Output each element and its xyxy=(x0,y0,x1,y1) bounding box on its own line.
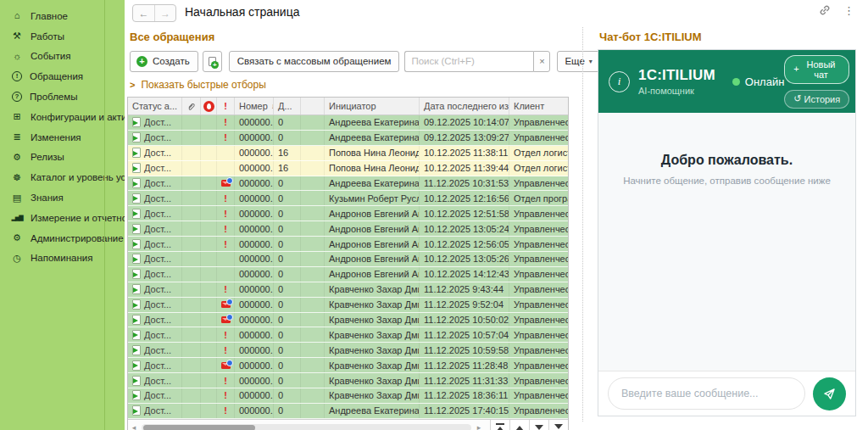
initiator-cell: Кузьмин Роберт Русла... xyxy=(325,191,420,205)
escalation-cell xyxy=(201,237,217,251)
sidebar-item-requests[interactable]: ! Обращения xyxy=(0,66,125,87)
scroll-up-icon[interactable] xyxy=(509,420,529,430)
back-arrow-icon[interactable]: ← xyxy=(133,5,154,21)
scroll-to-bottom-icon[interactable] xyxy=(548,420,568,430)
menu-dots-icon[interactable]: ⋮ xyxy=(843,5,854,16)
sidebar-item-problems[interactable]: ? Проблемы xyxy=(0,87,125,107)
column-attachment[interactable] xyxy=(182,98,201,114)
client-cell: Управленчески xyxy=(509,252,568,266)
escalation-cell xyxy=(201,161,217,176)
days-cell: 0 xyxy=(274,343,301,357)
initiator-cell: Андронов Евгений Анд... xyxy=(325,206,420,221)
status-cell: Дост... xyxy=(128,358,182,372)
table-row[interactable]: Дост... ! 000000... 0 Кравченко Захар Дм… xyxy=(128,327,568,343)
search-input[interactable] xyxy=(404,51,533,72)
days-cell: 0 xyxy=(274,327,301,342)
sidebar-item-label: Проблемы xyxy=(30,92,77,102)
chatbot-card: i 1C:ITILIUM AI-помощник Онлайн + Новый … xyxy=(598,49,856,416)
scroll-to-top-icon[interactable] xyxy=(490,420,509,430)
new-chat-button[interactable]: + Новый чат xyxy=(784,55,849,84)
table-row[interactable]: Дост... 000000... 0 Андреева Екатерина В… xyxy=(128,176,568,192)
days-cell: 0 xyxy=(274,313,301,327)
initiator-cell: Кравченко Захар Дмит... xyxy=(325,358,420,372)
request-document-icon xyxy=(132,269,141,279)
number-cell: 000000... xyxy=(235,404,274,418)
modified-cell: 10.12.2025 12:16:56 xyxy=(420,191,509,205)
forward-arrow-icon[interactable]: → xyxy=(154,5,175,21)
table-row[interactable]: Дост... 000000... 16 Попова Нина Леонидо… xyxy=(128,146,568,161)
table-row[interactable]: Дост... ! 000000... 0 Кравченко Захар Дм… xyxy=(128,343,568,358)
status-cell: Дост... xyxy=(128,267,182,282)
status-cell: Дост... xyxy=(128,206,182,221)
initiator-cell: Андреева Екатерина В... xyxy=(325,115,420,130)
request-document-icon xyxy=(132,345,141,355)
column-initiator[interactable]: Инициатор xyxy=(325,98,420,114)
status-cell: Дост... xyxy=(128,252,182,266)
status-cell: Дост... xyxy=(128,373,182,388)
sidebar-item-events[interactable]: ☼ События xyxy=(0,47,125,67)
create-button[interactable]: + Создать xyxy=(130,51,198,72)
column-days[interactable]: Д... xyxy=(274,98,301,114)
column-escalation[interactable] xyxy=(201,98,217,114)
sidebar-item-changes[interactable]: ≣ Изменения xyxy=(0,127,125,148)
empty-cell xyxy=(301,161,325,176)
panel-splitter[interactable] xyxy=(582,27,583,422)
table-row[interactable]: Дост... 000000... 16 Попова Нина Леонидо… xyxy=(128,161,568,176)
history-button[interactable]: ↺ История xyxy=(784,90,849,109)
chat-input-bar xyxy=(598,371,855,416)
empty-cell xyxy=(301,298,325,312)
table-row[interactable]: Дост... ! 000000... 0 Кравченко Захар Дм… xyxy=(128,282,568,298)
table-row[interactable]: Дост... ! 000000... 0 Андреева Екатерина… xyxy=(128,115,568,131)
table-row[interactable]: Дост... 000000... 0 Кравченко Захар Дмит… xyxy=(128,358,568,373)
column-modified[interactable]: Дата последнего из... xyxy=(420,98,509,114)
column-status[interactable]: Статус а... xyxy=(128,98,182,114)
sidebar-item-reminders[interactable]: ◷ Напоминания xyxy=(0,249,125,269)
modified-cell: 10.12.2025 11:38:11 xyxy=(420,146,509,160)
sidebar-item-main[interactable]: ⌂ Главное xyxy=(0,6,125,26)
sidebar-item-releases[interactable]: ⚙ Релизы xyxy=(0,148,125,168)
column-importance[interactable]: ! xyxy=(217,98,235,114)
sidebar-item-label: Обращения xyxy=(30,71,83,81)
scroll-down-icon[interactable] xyxy=(529,420,548,430)
table-row[interactable]: Дост... ! 000000... 0 Кравченко Захар Дм… xyxy=(128,373,568,388)
link-icon[interactable] xyxy=(819,4,831,16)
hscroll-thumb[interactable] xyxy=(143,425,255,430)
table-row[interactable]: Дост... ! 000000... 0 Андреева Екатерина… xyxy=(128,131,568,146)
column-client[interactable]: Клиент xyxy=(509,98,568,114)
horizontal-scrollbar[interactable] xyxy=(142,424,471,430)
sidebar-item-works[interactable]: ⚒ Работы xyxy=(0,26,125,47)
importance-cell: ! xyxy=(217,191,235,205)
copy-create-button[interactable] xyxy=(203,51,222,72)
clear-search-icon[interactable]: × xyxy=(533,51,550,72)
column-number[interactable]: Номер xyxy=(235,98,274,114)
empty-cell xyxy=(301,146,325,160)
table-row[interactable]: Дост... ! 000000... 0 Андреева Екатерина… xyxy=(128,404,568,419)
table-row[interactable]: Дост... 000000... 0 Кравченко Захар Дмит… xyxy=(128,313,568,328)
chevron-right-icon: > xyxy=(130,80,135,90)
sidebar-item-configurations[interactable]: ⊞ Конфигурации и активы xyxy=(0,107,125,127)
quick-filters-toggle[interactable]: > Показать быстрые отборы xyxy=(130,79,581,91)
importance-cell xyxy=(217,313,235,327)
table-row[interactable]: Дост... ! 000000... 0 Андронов Евгений А… xyxy=(128,237,568,252)
empty-cell xyxy=(301,115,325,130)
table-row[interactable]: Дост... ! 000000... 0 Кузьмин Роберт Рус… xyxy=(128,191,568,206)
sidebar-item-label: Работы xyxy=(31,31,64,42)
hscroll-left-icon[interactable]: ◂ xyxy=(128,423,140,430)
column-empty[interactable] xyxy=(301,98,325,114)
send-button[interactable] xyxy=(813,377,846,410)
sidebar-item-administration[interactable]: ⚙ Администрирование xyxy=(0,228,125,249)
table-row[interactable]: Дост... 000000... 0 Андронов Евгений Анд… xyxy=(128,252,568,267)
importance-cell xyxy=(217,176,235,191)
sidebar-item-reporting[interactable]: ▂▅▇ Измерение и отчетность xyxy=(0,208,125,228)
table-row[interactable]: Дост... ! 000000... 0 Андронов Евгений А… xyxy=(128,206,568,221)
link-mass-request-button[interactable]: Связать с массовым обращением xyxy=(229,51,400,72)
paper-plane-icon xyxy=(822,387,837,401)
table-row[interactable]: Дост... 000000... 0 Кравченко Захар Дмит… xyxy=(128,298,568,313)
chat-message-input[interactable] xyxy=(608,377,805,410)
hscroll-right-icon[interactable]: ▸ xyxy=(473,423,485,430)
table-row[interactable]: Дост... ! 000000... 0 Кравченко Захар Дм… xyxy=(128,388,568,404)
sidebar-item-knowledge[interactable]: ▤ Знания xyxy=(0,187,125,208)
table-row[interactable]: Дост... ! 000000... 0 Андронов Евгений А… xyxy=(128,221,568,237)
table-row[interactable]: Дост... 000000... 0 Андронов Евгений Анд… xyxy=(128,267,568,282)
sidebar-item-service-catalog[interactable]: ☸ Каталог и уровень услуг xyxy=(0,167,125,187)
